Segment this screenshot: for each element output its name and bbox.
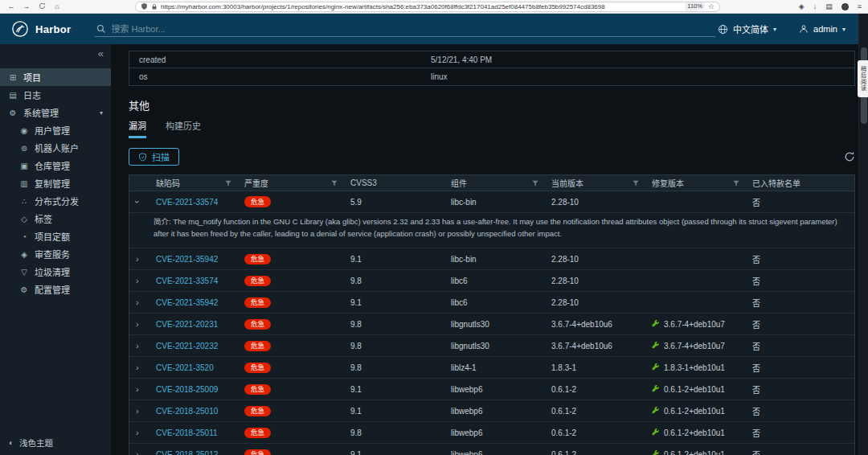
row-expander[interactable]: › bbox=[129, 428, 149, 437]
fix-wrench-icon bbox=[652, 363, 660, 371]
severity-badge: 危急 bbox=[244, 276, 271, 287]
sidebar-item-labels[interactable]: ◇标签 bbox=[0, 210, 111, 228]
sidebar-item-label: 日志 bbox=[23, 88, 41, 101]
scan-button[interactable]: 扫描 bbox=[129, 148, 179, 166]
vuln-row: ›CVE-2018-25010危急9.1libwebp60.6.1-20.6.1… bbox=[129, 400, 854, 422]
cve-link[interactable]: CVE-2021-35942 bbox=[156, 255, 218, 264]
url-bar[interactable]: https://myharbor.com:30003/harbor/projec… bbox=[135, 2, 720, 12]
user-menu[interactable]: admin ▾ bbox=[799, 24, 845, 34]
row-expander[interactable]: › bbox=[129, 197, 149, 207]
row-expander[interactable]: › bbox=[129, 297, 149, 307]
scan-shield-icon bbox=[138, 153, 147, 162]
cve-link[interactable]: CVE-2018-25011 bbox=[156, 428, 218, 437]
sidebar-item-distribution[interactable]: ∴分布式分发 bbox=[0, 192, 111, 210]
column-header: 修复版本 bbox=[645, 177, 746, 189]
cve-link[interactable]: CVE-2018-25010 bbox=[156, 407, 218, 416]
app-header: Harbor 中文简体 ▾ admin ▾ bbox=[0, 14, 868, 44]
lock-icon[interactable] bbox=[151, 3, 158, 10]
cve-link[interactable]: CVE-2021-3520 bbox=[156, 363, 214, 372]
cve-link[interactable]: CVE-2021-35942 bbox=[156, 298, 218, 307]
cvss3-value: 9.1 bbox=[344, 450, 444, 455]
chevron-right-icon: › bbox=[136, 449, 139, 455]
scan-button-label: 扫描 bbox=[152, 150, 170, 163]
vuln-row: ›CVE-2018-25009危急9.1libwebp60.6.1-20.6.1… bbox=[129, 379, 854, 400]
tab-vulnerabilities[interactable]: 漏洞 bbox=[129, 119, 146, 138]
sidebar-item-label: 仓库管理 bbox=[35, 159, 70, 172]
row-expander[interactable]: › bbox=[129, 319, 149, 329]
column-header-label: 组件 bbox=[451, 177, 467, 189]
whitelist-value: 否 bbox=[746, 427, 854, 439]
main-content: created 5/12/21, 4:40 PM os linux 其他 漏洞 … bbox=[111, 44, 858, 455]
row-expander[interactable]: › bbox=[129, 384, 149, 394]
tabs: 漏洞 构建历史 bbox=[129, 119, 858, 138]
column-header-label: CVSS3 bbox=[350, 178, 377, 187]
sidebar-item-configuration[interactable]: ⚙配置管理 bbox=[0, 281, 111, 298]
sidebar-item-interrogation-services[interactable]: ◈审查服务 bbox=[0, 245, 111, 263]
cve-link[interactable]: CVE-2021-20232 bbox=[156, 342, 218, 350]
menu-icon[interactable]: ≡ bbox=[858, 2, 862, 10]
harbor-logo[interactable]: Harbor bbox=[11, 20, 71, 38]
row-expander[interactable]: › bbox=[129, 254, 149, 264]
zoom-level[interactable]: 110% bbox=[685, 2, 705, 10]
refresh-icon[interactable] bbox=[844, 151, 855, 162]
cve-link[interactable]: CVE-2021-33574 bbox=[156, 198, 218, 207]
brand-name: Harbor bbox=[35, 23, 71, 35]
cve-link[interactable]: CVE-2018-25009 bbox=[156, 385, 218, 394]
home-icon[interactable]: ⌂ bbox=[52, 3, 62, 10]
projects-icon: ⊞ bbox=[8, 73, 18, 82]
row-expander[interactable]: › bbox=[129, 406, 149, 416]
section-title: 其他 bbox=[129, 97, 858, 113]
reload-icon[interactable] bbox=[37, 2, 47, 11]
header-right: 中文简体 ▾ admin ▾ bbox=[718, 23, 857, 35]
sidebar-item-project-quotas[interactable]: ◔项目定额 bbox=[0, 228, 111, 245]
tab-build-history[interactable]: 构建历史 bbox=[166, 119, 201, 138]
filter-funnel-icon[interactable] bbox=[633, 180, 639, 187]
back-icon[interactable]: ← bbox=[6, 3, 16, 10]
search-input[interactable] bbox=[111, 24, 714, 34]
language-menu[interactable]: 中文简体 ▾ bbox=[718, 23, 776, 35]
extension-icon[interactable]: ◈ bbox=[799, 2, 805, 10]
info-key: os bbox=[129, 72, 431, 81]
cve-link[interactable]: CVE-2018-25012 bbox=[156, 450, 218, 455]
bookmark-star-icon[interactable]: ☆ bbox=[708, 2, 714, 10]
row-expander[interactable]: › bbox=[129, 449, 149, 455]
library-icon[interactable]: ▤ bbox=[825, 2, 833, 10]
row-expander[interactable]: › bbox=[129, 341, 149, 350]
current-version-value: 2.28-10 bbox=[545, 298, 645, 307]
cvss3-value: 9.1 bbox=[344, 255, 444, 264]
filter-funnel-icon[interactable] bbox=[225, 180, 231, 187]
component-value: libc6 bbox=[444, 298, 545, 307]
theme-toggle[interactable]: ◐ 浅色主题 bbox=[9, 437, 53, 449]
side-panel-tab[interactable]: 稍后阅读 bbox=[858, 60, 868, 97]
filter-funnel-icon[interactable] bbox=[733, 180, 739, 187]
sidebar-item-user-management[interactable]: ◉用户管理 bbox=[0, 121, 111, 139]
sidebar-item-logs[interactable]: ▤日志 bbox=[0, 86, 111, 104]
cvss3-value: 9.1 bbox=[344, 298, 444, 307]
cve-link[interactable]: CVE-2021-33574 bbox=[156, 277, 218, 285]
forward-icon[interactable]: → bbox=[22, 3, 31, 10]
system-management-icon: ⚙ bbox=[8, 109, 18, 117]
sidebar-item-garbage-collection[interactable]: ▽垃圾清理 bbox=[0, 263, 111, 281]
globe-icon bbox=[718, 24, 728, 35]
sidebar-item-robot-accounts[interactable]: ⊚机器人账户 bbox=[0, 139, 111, 157]
sidebar-item-system-management[interactable]: ⚙系统管理▾ bbox=[0, 104, 111, 121]
chevron-right-icon: › bbox=[136, 428, 139, 437]
sidebar-item-label: 复制管理 bbox=[35, 177, 70, 190]
row-expander[interactable]: › bbox=[129, 276, 149, 285]
whitelist-value: 否 bbox=[746, 253, 854, 265]
cve-link[interactable]: CVE-2021-20231 bbox=[156, 320, 218, 329]
sidebar-item-label: 项目定额 bbox=[35, 230, 70, 243]
sidebar-item-replication-management[interactable]: ▥复制管理 bbox=[0, 174, 111, 192]
vuln-row: ›CVE-2021-35942危急9.1libc62.28-10否 bbox=[129, 292, 854, 314]
filter-funnel-icon[interactable] bbox=[532, 180, 538, 187]
tracking-shield-icon[interactable] bbox=[141, 2, 148, 10]
row-expander[interactable]: › bbox=[129, 363, 149, 372]
filter-funnel-icon[interactable] bbox=[331, 180, 338, 187]
profile-icon[interactable] bbox=[841, 3, 849, 10]
sidebar-item-registry-management[interactable]: ▣仓库管理 bbox=[0, 157, 111, 174]
sidebar-item-projects[interactable]: ⊞项目 bbox=[0, 68, 111, 86]
severity-badge: 危急 bbox=[244, 319, 271, 330]
whitelist-value: 否 bbox=[746, 275, 854, 287]
download-icon[interactable]: ↓ bbox=[813, 2, 817, 10]
sidebar-collapse-icon[interactable]: « bbox=[98, 47, 104, 59]
